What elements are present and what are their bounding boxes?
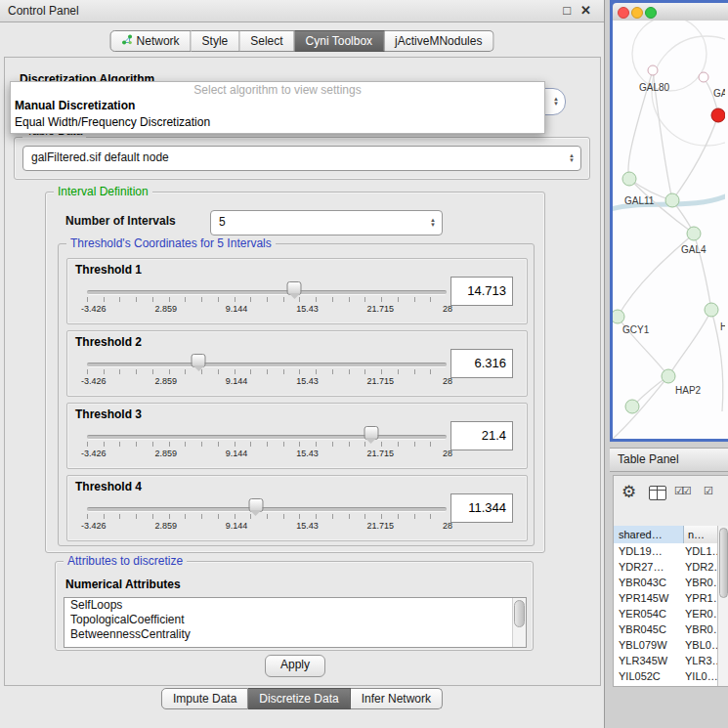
table-row[interactable]: YDR27…YDR2… [614,559,718,575]
threshold-value-field[interactable]: 6.316 [450,349,513,378]
list-item[interactable]: SelfLoops [64,598,526,613]
list-scrollbar[interactable] [512,598,526,647]
gear-icon[interactable]: ⚙ [621,483,636,502]
attributes-list[interactable]: SelfLoopsTopologicalCoefficientBetweenne… [64,597,527,648]
tick-label: 2.859 [154,449,177,458]
network-node[interactable] [687,227,701,240]
apply-button[interactable]: Apply [265,655,325,677]
table-row[interactable]: YDL19…YDL1… [614,543,718,559]
network-node[interactable] [625,400,639,413]
network-node[interactable] [662,369,675,383]
tick-label: 21.715 [367,449,395,458]
table-scrollbar[interactable] [717,526,728,686]
table-row[interactable]: YPR145WYPR1… [614,590,718,606]
dropdown-placeholder-item[interactable]: Select algorithm to view settings [11,82,544,98]
tab-label: Discretize Data [259,689,338,708]
table-row[interactable]: YBR043CYBR0… [614,575,718,590]
network-node-label: H [720,321,725,332]
close-icon[interactable]: ✕ [580,0,591,21]
threshold-value-field[interactable]: 21.4 [450,421,513,450]
network-node[interactable] [613,310,624,323]
tick-label: -3.426 [81,521,107,531]
threshold-slider[interactable]: -3.426 2.859 9.144 15.43 21.715 28 [87,282,447,321]
slider-thumb[interactable] [192,354,206,367]
table-cell: YDR2… [683,559,718,575]
table-panel-header: Table Panel [610,448,728,472]
tab-infer-network[interactable]: Infer Network [351,688,443,709]
threshold-slider[interactable]: -3.426 2.859 9.144 15.43 21.715 28 [87,427,447,466]
network-node[interactable] [648,65,658,75]
tick-label: 9.144 [226,304,248,314]
tab-label: Select [250,31,282,51]
network-node[interactable] [699,72,708,82]
tick-label: 21.715 [367,521,395,531]
columns-icon[interactable] [649,486,666,500]
network-node[interactable] [665,193,679,207]
scrollbar-thumb[interactable] [514,600,525,627]
slider-thumb[interactable] [364,426,378,440]
tab-discretize-data[interactable]: Discretize Data [248,688,350,709]
scrollbar-thumb[interactable] [719,528,728,598]
list-item[interactable]: TopologicalCoefficient [64,613,526,627]
table-row[interactable]: YBR045CYBR0… [614,621,718,637]
window-title: Control Panel [8,0,79,21]
network-window-titlebar[interactable] [613,3,728,21]
table-row[interactable]: YIL052CYIL0… [614,668,718,684]
slider-ticks [87,297,447,302]
select-all-columns-icon[interactable]: ☑☑ [674,485,690,497]
slider-thumb[interactable] [287,281,302,295]
network-node[interactable] [705,303,718,317]
numerical-attributes-label: Numerical Attributes [65,578,181,591]
tab-style[interactable]: Style [192,30,240,52]
dropdown-option-equal-width[interactable]: Equal Width/Frequency Discretization [11,114,544,131]
select-column-icon[interactable]: ☑ [704,485,713,497]
table-cell: YBR045C [614,621,683,637]
maximize-traffic-light[interactable] [645,7,657,19]
threshold-value-field[interactable]: 14.713 [450,277,513,306]
network-node-label: HAP2 [675,385,702,396]
minimize-traffic-light[interactable] [631,7,643,19]
tick-label: 9.144 [226,449,248,458]
tab-jactivemnodules[interactable]: jActiveMNodules [384,30,493,52]
dropdown-option-manual[interactable]: Manual Discretization [11,98,544,114]
threshold-slider[interactable]: -3.426 2.859 9.144 15.43 21.715 28 [87,499,447,538]
table-cell: YDL19… [614,543,683,559]
attributes-group-title: Attributes to discretize [64,554,187,568]
threshold-4-panel: Threshold 4 -3.426 2.859 9.144 15.43 21.… [66,475,528,541]
column-header-shared-name[interactable]: shared… [614,526,684,543]
network-canvas[interactable]: GAL80GAGAL11GAL4GCY1HHAP2 [613,21,728,439]
intervals-count-value: 5 [219,211,420,233]
tab-impute-data[interactable]: Impute Data [161,688,248,709]
threshold-slider[interactable]: -3.426 2.859 9.144 15.43 21.715 28 [87,355,447,394]
slider-track[interactable] [87,290,447,295]
table-row[interactable]: YER054CYER0… [614,606,718,621]
table-cell: YBL0… [683,637,718,653]
slider-track[interactable] [87,363,447,367]
slider-track[interactable] [87,435,447,440]
network-node[interactable] [622,172,636,186]
table-row[interactable]: YLR345WYLR3… [614,653,718,668]
tab-label: Cyni Toolbox [306,31,372,51]
tick-label: 15.43 [296,521,319,531]
slider-ticks [87,369,447,374]
network-svg: GAL80GAGAL11GAL4GCY1HHAP2 [613,21,725,439]
threshold-value-field[interactable]: 11.344 [450,493,513,523]
tab-select[interactable]: Select [239,30,294,52]
intervals-count-combobox[interactable]: 5 ▲▼ [210,210,443,236]
tab-label: Infer Network [362,689,431,708]
table-cell: YDR27… [614,559,683,575]
float-window-icon[interactable]: □ [563,0,571,21]
table-data-combobox[interactable]: galFiltered.sif default node ▲▼ [22,146,581,171]
tab-label: jActiveMNodules [395,31,482,51]
tick-label: 21.715 [367,376,395,386]
tab-network[interactable]: Network [110,30,192,52]
tab-cyni-toolbox[interactable]: Cyni Toolbox [295,30,384,52]
close-traffic-light[interactable] [618,7,629,19]
list-item[interactable]: BetweennessCentrality [64,627,526,642]
network-node-label: GCY1 [622,324,650,335]
slider-thumb[interactable] [248,498,263,512]
slider-track[interactable] [87,507,447,512]
network-node[interactable] [711,108,725,122]
table-row[interactable]: YBL079WYBL0… [614,637,718,653]
combo-arrows-icon: ▲▼ [553,97,559,107]
